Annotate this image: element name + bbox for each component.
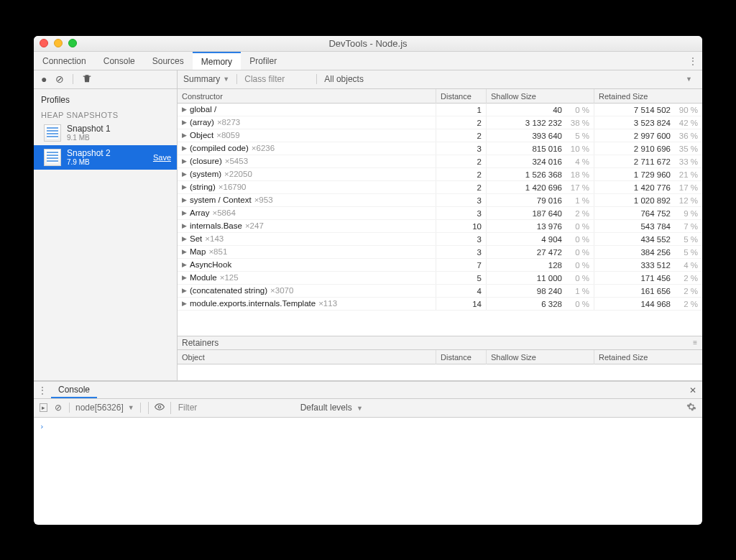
- cell-shallow: 393 6405 %: [487, 129, 594, 142]
- context-select[interactable]: node[56326] ▼: [69, 403, 141, 413]
- disclosure-triangle-icon[interactable]: ▶: [182, 155, 187, 167]
- execution-play-icon[interactable]: ▸: [40, 403, 47, 412]
- console-body[interactable]: ›: [34, 418, 702, 525]
- clear-icon[interactable]: ⊘: [55, 73, 64, 85]
- retainers-columns: Object Distance Shallow Size Retained Si…: [178, 350, 702, 364]
- tab-console[interactable]: Console: [95, 52, 144, 70]
- table-row[interactable]: ▶ (string) ×1679021 420 69617 %1 420 776…: [178, 181, 702, 194]
- cell-shallow: 27 4720 %: [487, 246, 594, 258]
- table-row[interactable]: ▶ Set ×14334 9040 %434 5525 %: [178, 233, 702, 246]
- disclosure-triangle-icon[interactable]: ▶: [182, 142, 187, 155]
- drawer-tabs: ⋮ Console ✕: [34, 382, 702, 399]
- kebab-icon[interactable]: ⋮: [34, 382, 51, 398]
- disclosure-triangle-icon[interactable]: ▶: [182, 272, 187, 284]
- record-icon[interactable]: ●: [41, 73, 47, 85]
- table-row[interactable]: ▶ AsyncHook71280 %333 5124 %: [178, 259, 702, 272]
- disclosure-triangle-icon[interactable]: ▶: [182, 233, 187, 245]
- instance-count: ×8273: [217, 116, 240, 129]
- table-row[interactable]: ▶ Object ×80592393 6405 %2 997 60036 %: [178, 129, 702, 142]
- cell-retained: 434 5525 %: [594, 233, 702, 245]
- eye-icon[interactable]: [148, 402, 171, 414]
- table-row[interactable]: ▶ (concatenated string) ×3070498 2401 %1…: [178, 285, 702, 298]
- snapshot-item[interactable]: Snapshot 2 7.9 MB Save: [34, 145, 177, 170]
- kebab-icon[interactable]: ⋮: [684, 52, 702, 70]
- cell-distance: 3: [436, 194, 487, 206]
- disclosure-triangle-icon[interactable]: ▶: [182, 194, 187, 206]
- cell-shallow: 815 01610 %: [487, 142, 594, 155]
- object-scope-select[interactable]: All objects ▼: [316, 74, 696, 84]
- tab-memory[interactable]: Memory: [193, 52, 241, 70]
- cell-retained: 3 523 82442 %: [594, 116, 702, 129]
- table-row[interactable]: ▶ internals.Base ×2471013 9760 %543 7847…: [178, 220, 702, 233]
- columns-header: Constructor Distance Shallow Size Retain…: [178, 89, 702, 104]
- col-object[interactable]: Object: [178, 350, 436, 364]
- drawer-tab-console[interactable]: Console: [51, 382, 97, 398]
- disclosure-triangle-icon[interactable]: ▶: [182, 129, 187, 142]
- col-shallow[interactable]: Shallow Size: [487, 89, 594, 104]
- table-row[interactable]: ▶ Array ×58643187 6402 %764 7529 %: [178, 207, 702, 220]
- profiles-toolbar: ● ⊘: [34, 70, 177, 89]
- constructor-name: (compiled code): [190, 142, 249, 155]
- tab-connection[interactable]: Connection: [34, 52, 95, 70]
- tab-sources[interactable]: Sources: [144, 52, 193, 70]
- table-row[interactable]: ▶ module.exports.internals.Template ×113…: [178, 298, 702, 311]
- menu-icon[interactable]: ≡: [693, 336, 698, 350]
- disclosure-triangle-icon[interactable]: ▶: [182, 220, 187, 232]
- col-shallow[interactable]: Shallow Size: [487, 350, 594, 364]
- disclosure-triangle-icon[interactable]: ▶: [182, 246, 187, 258]
- disclosure-triangle-icon[interactable]: ▶: [182, 116, 187, 129]
- retainers-header[interactable]: Retainers ≡: [178, 336, 702, 350]
- snapshot-icon: [44, 149, 61, 166]
- instance-count: ×851: [208, 246, 227, 258]
- col-retained[interactable]: Retained Size: [594, 350, 702, 364]
- table-row[interactable]: ▶ (closure) ×54532324 0164 %2 711 67233 …: [178, 155, 702, 168]
- table-row[interactable]: ▶ Module ×125511 0000 %171 4562 %: [178, 272, 702, 285]
- disclosure-triangle-icon[interactable]: ▶: [182, 207, 187, 219]
- col-constructor[interactable]: Constructor: [178, 89, 436, 104]
- col-distance[interactable]: Distance: [436, 350, 487, 364]
- devtools-window: DevTools - Node.js Connection Console So…: [34, 36, 702, 525]
- table-row[interactable]: ▶ Map ×851327 4720 %384 2565 %: [178, 246, 702, 259]
- disclosure-triangle-icon[interactable]: ▶: [182, 168, 187, 180]
- console-filter-input[interactable]: [178, 403, 293, 413]
- cell-shallow: 79 0161 %: [487, 194, 594, 206]
- tab-profiler[interactable]: Profiler: [241, 52, 285, 70]
- cell-shallow: 324 0164 %: [487, 155, 594, 167]
- disclosure-triangle-icon[interactable]: ▶: [182, 285, 187, 297]
- snapshot-toolbar: Summary ▼ All objects ▼: [178, 70, 702, 89]
- constructor-name: system / Context: [190, 194, 252, 206]
- col-retained[interactable]: Retained Size: [594, 89, 702, 104]
- table-row[interactable]: ▶ (compiled code) ×62363815 01610 %2 910…: [178, 142, 702, 155]
- cell-retained: 543 7847 %: [594, 220, 702, 232]
- instance-count: ×125: [220, 272, 239, 284]
- cell-retained: 333 5124 %: [594, 259, 702, 271]
- cell-retained: 384 2565 %: [594, 246, 702, 258]
- cell-retained: 2 910 69635 %: [594, 142, 702, 155]
- disclosure-triangle-icon[interactable]: ▶: [182, 259, 187, 271]
- constructor-name: module.exports.internals.Template: [190, 298, 316, 310]
- clear-icon[interactable]: ⊘: [55, 403, 62, 413]
- console-prompt: ›: [40, 422, 45, 431]
- instance-count: ×22050: [224, 168, 252, 180]
- disclosure-triangle-icon[interactable]: ▶: [182, 181, 187, 193]
- heap-rows: ▶ global /1400 %7 514 50290 %▶ (array) ×…: [178, 104, 702, 336]
- table-row[interactable]: ▶ system / Context ×953379 0161 %1 020 8…: [178, 194, 702, 207]
- close-icon[interactable]: ✕: [684, 382, 702, 398]
- col-distance[interactable]: Distance: [436, 89, 487, 104]
- table-row[interactable]: ▶ (array) ×827323 132 23238 %3 523 82442…: [178, 116, 702, 129]
- class-filter-input[interactable]: [244, 74, 309, 84]
- disclosure-triangle-icon[interactable]: ▶: [182, 104, 187, 116]
- gear-icon[interactable]: [686, 402, 696, 414]
- cell-retained: 764 7529 %: [594, 207, 702, 219]
- table-row[interactable]: ▶ global /1400 %7 514 50290 %: [178, 104, 702, 116]
- instance-count: ×6236: [252, 142, 275, 155]
- trash-icon[interactable]: [82, 73, 92, 86]
- console-toolbar: ▸ ⊘ node[56326] ▼ Default levels ▼: [34, 399, 702, 418]
- table-row[interactable]: ▶ (system) ×2205021 526 36818 %1 729 960…: [178, 168, 702, 181]
- view-select[interactable]: Summary ▼: [183, 74, 229, 84]
- cell-shallow: 1 420 69617 %: [487, 181, 594, 193]
- levels-select[interactable]: Default levels ▼: [300, 403, 363, 413]
- save-link[interactable]: Save: [153, 153, 171, 162]
- snapshot-item[interactable]: Snapshot 1 9.1 MB: [34, 121, 177, 145]
- disclosure-triangle-icon[interactable]: ▶: [182, 298, 187, 310]
